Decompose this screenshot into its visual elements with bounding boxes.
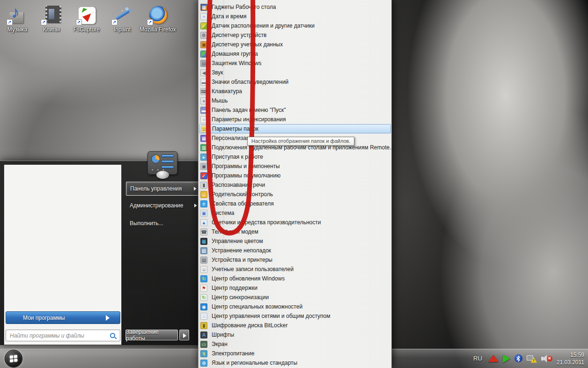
start-menu-item[interactable]: Администрирование [126, 201, 199, 210]
cp-menu-item-label: Экран [212, 341, 228, 347]
desktop-icon-label: Музыка [3, 26, 31, 33]
search-icon[interactable] [110, 333, 115, 338]
cp-menu-item[interactable]: ↯Электропитание [198, 349, 391, 358]
desktop-icon-fscapture[interactable]: ↗FsCapture [69, 6, 104, 37]
speaker-cone-icon [543, 355, 547, 362]
cp-menu-item-label: Панель задач и меню ''Пуск'' [212, 107, 286, 113]
homegroup-icon: ∴ [200, 51, 207, 58]
cp-menu-item[interactable]: ●Мышь [198, 96, 391, 105]
desktop-icon-label: FsCapture [69, 26, 104, 33]
cp-menu-item[interactable]: ⊕Язык и региональные стандарты [198, 358, 391, 368]
mute-badge-icon: ✕ [547, 356, 552, 361]
cp-menu-item-label: Центр управления сетями и общим доступом [212, 313, 331, 319]
cp-menu-item[interactable]: ⚙Диспетчер устройств [198, 30, 391, 40]
cp-menu-item[interactable]: ○Параметры индексирования [198, 115, 391, 124]
cp-menu-item-label: Центр синхронизации [212, 294, 269, 301]
cp-menu-item-label: Приступая к работе [212, 154, 263, 160]
cp-menu-item[interactable]: ▬Значки области уведомлений [198, 77, 391, 87]
personalization-icon: ▦ [200, 135, 207, 142]
submenu-arrow-icon [106, 315, 110, 321]
cp-menu-item[interactable]: ▣Система [198, 208, 391, 218]
shortcut-arrow-icon: ↗ [41, 19, 47, 25]
cp-menu-item[interactable]: ▮Шифрование диска BitLocker [198, 321, 391, 330]
user-accounts-icon: ☺ [200, 266, 207, 273]
cp-menu-item[interactable]: ↻Центр синхронизации [198, 293, 391, 302]
desktop-icon-inpaint[interactable]: ↗Inpaint [108, 6, 136, 37]
cp-menu-item-label: Значки области уведомлений [212, 79, 288, 85]
cp-menu-item-label: Учетные записи пользователей [212, 266, 294, 272]
cp-menu-item[interactable]: ▤Защитник Windows [198, 59, 391, 68]
cp-menu-item[interactable]: ✓Датчик расположения и другие датчики [198, 21, 391, 30]
cp-menu-item[interactable]: ∴Домашняя группа [198, 49, 391, 59]
cp-menu-item[interactable]: ▣Программы и компоненты [198, 162, 391, 171]
network-monitor-icon [527, 355, 533, 361]
taskbar-clock[interactable]: 15:59 21.03.2011 [557, 351, 586, 366]
ease-of-access-icon: ◉ [200, 303, 207, 310]
windows-defender-icon: ▤ [200, 60, 207, 67]
desktop-icon-music[interactable]: ↗Музыка [3, 6, 31, 37]
cp-menu-item[interactable]: ☺Учетные записи пользователей [198, 265, 391, 274]
cp-menu-item[interactable]: ◀Звук [198, 68, 391, 77]
bluetooth-tray-icon[interactable] [514, 354, 522, 362]
shortcut-arrow-icon: ↗ [147, 19, 153, 25]
phone-modem-icon: ☎ [200, 228, 207, 236]
cp-menu-item-label: Система [212, 210, 234, 216]
cp-menu-item[interactable]: ⌨Клавиатура [198, 87, 391, 96]
default-programs-icon: ✓ [200, 172, 207, 179]
cp-menu-item[interactable]: AШрифты [198, 330, 391, 339]
start-menu-item[interactable]: Выполнить... [126, 219, 199, 228]
cp-menu-item[interactable]: ▭Экран [198, 339, 391, 349]
cp-menu-item[interactable]: ▤Устройства и принтеры [198, 255, 391, 265]
cp-menu-item[interactable]: ✓Программы по умолчанию [198, 171, 391, 180]
graphics-tray-icon[interactable] [488, 355, 499, 362]
desktop: { "desktop": { "icons": [ { "label": "Му… [0, 0, 588, 368]
cp-menu-item[interactable]: ∴Центр управления сетями и общим доступо… [198, 311, 391, 321]
start-button[interactable] [5, 350, 22, 368]
search-input[interactable] [6, 332, 110, 339]
network-warning-tray-icon[interactable] [527, 354, 537, 363]
desktop-icon-firefox[interactable]: ↗Mozilla Firefox [136, 6, 179, 37]
system-tray: RU ✕ 15:59 21.03.2011 [471, 349, 586, 368]
cp-menu-item[interactable]: ▤Параметры папок [199, 124, 391, 133]
cp-menu-item[interactable]: ☺Родительский контроль [198, 190, 391, 199]
cp-menu-item-label: Датчик расположения и другие датчики [212, 22, 315, 29]
shortcut-arrow-icon: ↗ [111, 19, 118, 25]
inpaint-shortcut-icon: ↗ [112, 6, 132, 24]
cp-menu-item-label: Электропитание [212, 350, 254, 357]
control-panel-menu-list: ▦Гаджеты Рабочего стола○Дата и время✓Дат… [198, 2, 391, 368]
cp-menu-item[interactable]: ▦Гаджеты Рабочего стола [198, 2, 391, 12]
cp-menu-item-label: Центр поддержки [212, 285, 257, 291]
all-programs-label: Мои программы [23, 315, 65, 321]
cp-menu-item[interactable]: ○Дата и время [198, 12, 391, 21]
cp-menu-item[interactable]: ▦Управление цветом [198, 236, 391, 246]
cp-menu-item[interactable]: ▣Диспетчер учетных данных [198, 40, 391, 49]
launcher-tray-icon[interactable] [503, 354, 510, 363]
cp-menu-item[interactable]: ◉Центр специальных возможностей [198, 302, 391, 311]
language-indicator[interactable]: RU [471, 355, 484, 362]
cp-menu-item[interactable]: ☎Телефон и модем [198, 227, 391, 236]
cp-menu-item-label: Свойства обозревателя [212, 200, 274, 207]
taskbar-start-menu-icon: ▬ [200, 107, 207, 114]
volume-muted-tray-icon[interactable]: ✕ [541, 354, 552, 363]
pie-chart-icon [151, 155, 160, 163]
shutdown-button[interactable]: Завершение работы [125, 330, 178, 340]
cp-menu-item[interactable]: ▬Панель задач и меню ''Пуск'' [198, 105, 391, 115]
cp-menu-item[interactable]: ▲Счетчики и средства производительности [198, 218, 391, 227]
start-menu-item[interactable]: Панель управления [126, 182, 199, 196]
cp-menu-item[interactable]: ▸Приступая к работе [198, 152, 391, 162]
action-center-icon: ⚑ [200, 285, 207, 292]
mouse-icon: ● [200, 97, 207, 104]
cp-menu-item[interactable]: ▮Распознавание речи [198, 180, 391, 190]
cp-menu-item[interactable]: eСвойства обозревателя [198, 199, 391, 208]
shortcut-arrow-icon: ↗ [76, 19, 82, 25]
cp-menu-item[interactable]: ↻Центр обновления Windows [198, 274, 391, 283]
desktop-icon-clips[interactable]: ↗Клипы [37, 6, 66, 37]
shutdown-options-arrow-button[interactable] [179, 330, 189, 340]
region-language-icon: ⊕ [200, 360, 207, 367]
cp-menu-item-label: Защитник Windows [212, 60, 262, 66]
cp-menu-item[interactable]: ⚑Центр поддержки [198, 283, 391, 293]
cp-menu-item[interactable]: ▧Устранение неполадок [198, 246, 391, 255]
system-icon: ▣ [200, 210, 207, 217]
all-programs-button[interactable]: Мои программы [6, 311, 120, 324]
control-panel-icon: • • • [147, 151, 177, 175]
